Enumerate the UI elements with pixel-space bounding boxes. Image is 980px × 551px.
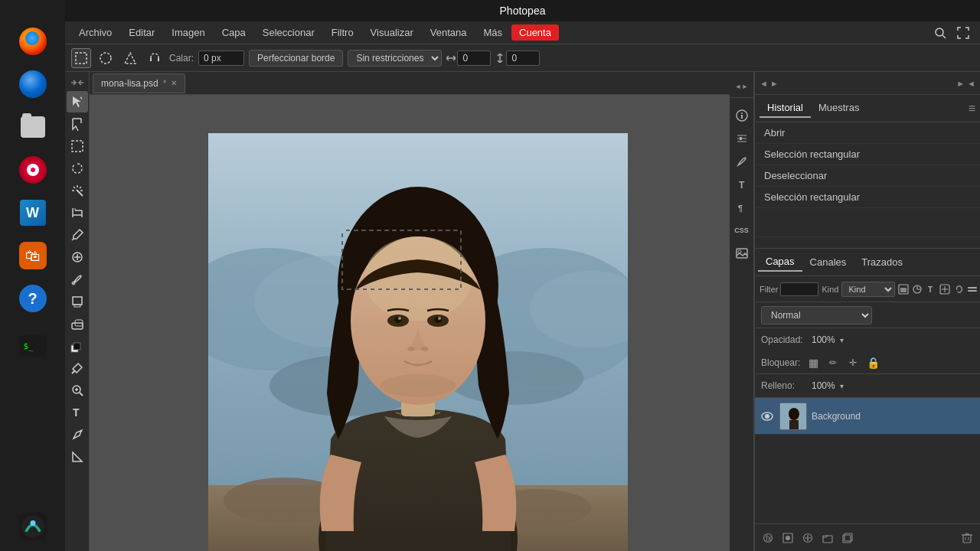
add-layer-style[interactable]: fx — [760, 530, 776, 546]
layer-thumb-icon[interactable] — [898, 281, 909, 298]
tool-eraser[interactable] — [67, 313, 88, 334]
hist-item-3[interactable]: Selección rectangular — [755, 187, 980, 208]
right-collapse-left[interactable]: ◄► — [730, 75, 753, 98]
tool-opt-poly[interactable] — [120, 48, 140, 68]
svg-rect-106 — [789, 420, 799, 430]
layer-link-icon[interactable] — [953, 281, 964, 298]
tool-eyedropper[interactable] — [67, 224, 88, 246]
menu-cuenta[interactable]: Cuenta — [511, 24, 559, 41]
menu-filtro[interactable]: Filtro — [324, 24, 361, 41]
taskbar-files[interactable] — [15, 109, 51, 145]
taskbar-firefox[interactable] — [15, 23, 51, 60]
canvas-tab-filename: mona-lisa.psd — [101, 78, 158, 89]
canvas-tab-close[interactable]: ✕ — [171, 79, 177, 87]
menu-imagen[interactable]: Imagen — [164, 24, 212, 41]
tool-zoom[interactable] — [67, 380, 88, 401]
canvas-viewport[interactable] — [90, 95, 730, 551]
lock-transparent-icon[interactable]: ▦ — [806, 356, 820, 370]
tool-select-move[interactable] — [67, 91, 88, 112]
new-layer-btn[interactable] — [839, 530, 856, 546]
menu-mas[interactable]: Más — [475, 24, 510, 41]
taskbar-photopea[interactable] — [15, 508, 51, 545]
tool-arrow-move[interactable] — [67, 113, 88, 135]
tool-rect-select[interactable] — [67, 135, 88, 157]
brush-icon-btn[interactable] — [732, 152, 752, 171]
menu-capa[interactable]: Capa — [214, 24, 253, 41]
calar-input[interactable] — [198, 51, 244, 66]
levels-icon-btn[interactable] — [732, 129, 752, 148]
taskbar-appstore[interactable]: 🛍 — [15, 237, 51, 274]
tab-capas[interactable]: Capas — [758, 253, 802, 272]
lock-all-icon[interactable]: 🔒 — [866, 356, 880, 370]
tool-fill[interactable] — [67, 357, 88, 379]
height-input[interactable] — [506, 51, 540, 66]
menu-visualizar[interactable]: Visualizar — [363, 24, 421, 41]
fill-dropdown[interactable]: ▾ — [840, 382, 844, 390]
taskbar-terminal[interactable]: $_ — [15, 328, 51, 364]
layer-more-icon[interactable] — [967, 281, 978, 298]
image-icon-btn[interactable] — [732, 243, 752, 263]
hist-item-1[interactable]: Selección rectangular — [755, 144, 980, 165]
opacity-dropdown[interactable]: ▾ — [840, 336, 844, 344]
blend-mode-select[interactable]: Normal Disolver Oscurecer Multiplicar Gr… — [761, 306, 872, 324]
svg-rect-43 — [74, 305, 80, 307]
menu-archivo[interactable]: Archivo — [71, 24, 119, 41]
hist-item-2[interactable]: Deseleccionar — [755, 165, 980, 187]
filter-input[interactable] — [780, 282, 818, 296]
delete-layer-btn[interactable] — [959, 530, 975, 546]
taskbar-help[interactable]: ? — [15, 280, 51, 317]
hist-item-0[interactable]: Abrir — [755, 122, 980, 144]
tool-brush[interactable] — [67, 269, 88, 290]
layer-visibility-toggle[interactable] — [760, 409, 775, 424]
tab-trazados[interactable]: Trazados — [854, 253, 910, 271]
text-icon-btn[interactable]: T — [732, 174, 752, 194]
tool-opt-rect[interactable] — [71, 48, 91, 68]
svg-line-29 — [74, 187, 75, 188]
tool-opt-magnet[interactable] — [145, 48, 165, 68]
menu-ventana[interactable]: Ventana — [423, 24, 475, 41]
history-menu-icon[interactable]: ≡ — [969, 102, 975, 116]
layer-effects-icon[interactable] — [939, 281, 950, 298]
tool-opt-ellipse[interactable] — [96, 48, 116, 68]
layer-name-text: Background — [812, 411, 975, 422]
para-icon-btn[interactable]: ¶ — [732, 197, 752, 217]
new-fill-layer-btn[interactable] — [799, 530, 816, 546]
tab-historial[interactable]: Historial — [760, 99, 811, 118]
width-input[interactable] — [457, 51, 491, 66]
tools-collapse[interactable] — [67, 75, 88, 90]
lock-position-icon[interactable]: ✛ — [846, 356, 860, 370]
tool-lasso[interactable] — [67, 158, 88, 179]
layer-background[interactable]: Background — [755, 398, 980, 435]
add-mask-btn[interactable] — [779, 530, 796, 546]
tool-stamp[interactable] — [67, 291, 88, 312]
tab-muestras[interactable]: Muestras — [811, 99, 867, 118]
taskbar-music[interactable] — [15, 152, 51, 188]
menu-seleccionar[interactable]: Seleccionar — [255, 24, 322, 41]
taskbar-thunderbird[interactable] — [15, 66, 51, 103]
menu-editar[interactable]: Editar — [121, 24, 162, 41]
info-icon-btn[interactable] — [732, 106, 752, 126]
tool-options-bar: Calar: Perfeccionar borde Sin restriccio… — [65, 44, 980, 72]
search-button[interactable] — [929, 22, 951, 44]
kind-select[interactable]: Kind Pixel Adjustments Type Shape Smart … — [841, 282, 895, 297]
lock-image-icon[interactable]: ✏ — [826, 356, 840, 370]
layer-text-icon[interactable]: T — [926, 281, 936, 298]
tool-healing[interactable] — [67, 246, 88, 268]
tool-text[interactable]: T — [67, 402, 88, 423]
rp-collapse-left[interactable]: ◄ ► — [760, 79, 779, 88]
tool-pen[interactable] — [67, 424, 88, 445]
rp-collapse-right[interactable]: ► ◄ — [956, 79, 975, 88]
perfeccionar-btn[interactable]: Perfeccionar borde — [249, 50, 343, 67]
css-label-btn[interactable]: CSS — [732, 220, 752, 240]
tool-magic-wand[interactable] — [67, 180, 88, 201]
layer-adjust-icon[interactable] — [912, 281, 923, 298]
fullscreen-button[interactable] — [952, 22, 974, 44]
restricciones-select[interactable]: Sin restricciones Cuadrado Proporción fi… — [348, 50, 442, 67]
taskbar-libreoffice[interactable]: W — [15, 194, 51, 231]
canvas-tab-monalisa[interactable]: mona-lisa.psd * ✕ — [93, 73, 185, 93]
tool-colors[interactable] — [67, 335, 88, 357]
tab-canales[interactable]: Canales — [802, 253, 854, 271]
new-group-btn[interactable] — [819, 530, 836, 546]
tool-crop[interactable] — [67, 202, 88, 223]
tool-path-select[interactable] — [67, 446, 88, 468]
